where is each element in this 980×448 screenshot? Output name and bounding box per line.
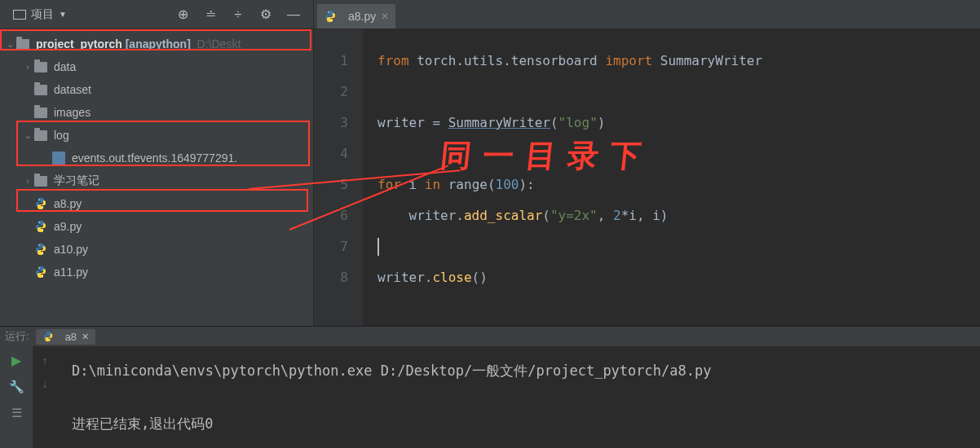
python-file-icon [34,243,47,256]
expand-all-icon[interactable]: ≐ [204,8,217,21]
folder-icon [34,176,47,187]
tree-item-label: images [54,106,313,119]
tree-row-a9-py[interactable]: a9.py [0,215,313,238]
console-exit: 进程已结束,退出代码0 [72,411,965,437]
folder-icon [34,85,47,95]
console-command: D:\miniconda\envs\pytorch\python.exe D:/… [72,358,965,384]
svg-point-0 [38,199,39,200]
close-icon[interactable]: ✕ [82,332,89,342]
target-icon[interactable]: ⊕ [176,8,189,21]
root-env: [anapython] [126,37,191,51]
tree-arrow: ⌄ [21,130,34,141]
editor-tab-label: a8.py [348,10,376,23]
tree-row-events-out-tfevents-1649777291-[interactable]: events.out.tfevents.1649777291. [0,147,313,169]
run-tab[interactable]: a8 ✕ [36,329,95,345]
svg-point-6 [38,267,39,268]
tree-arrow [21,85,34,94]
editor-tab-a8[interactable]: a8.py ✕ [317,4,395,29]
tree-root[interactable]: ⌄ project_pytorch [anapython] D:\Deskt [0,33,313,55]
tree-row-log[interactable]: ⌄log [0,124,313,147]
tree-arrow [21,244,34,254]
python-file-icon [42,331,54,342]
tree-row-images[interactable]: images [0,101,313,124]
more-icon[interactable]: ☰ [11,406,22,420]
tree-item-label: log [54,129,313,142]
tree-arrow [21,199,34,209]
file-icon [52,152,65,165]
tree-row-----[interactable]: ›学习笔记 [0,169,313,192]
sidebar-header: 项目 ▼ ⊕ ≐ ÷ ⚙ — [0,0,313,29]
tree-arrow [39,153,52,163]
tree-row-a8-py[interactable]: a8.py [0,192,313,215]
hide-icon[interactable]: — [287,8,300,21]
svg-point-2 [38,222,39,222]
run-label: 运行: [5,329,29,344]
collapse-all-icon[interactable]: ÷ [232,8,245,21]
wrench-icon[interactable]: 🔧 [9,380,24,394]
gutter: 1 2 3 4 5 6 7 8 [314,29,363,326]
tree-item-label: data [54,60,313,73]
project-icon [13,10,26,20]
root-path: D:\Deskt [197,37,241,51]
tree-row-dataset[interactable]: dataset [0,78,313,101]
editor-tabs: a8.py ✕ [314,0,980,29]
project-label: 项目 [31,7,54,22]
settings-icon[interactable]: ⚙ [259,8,272,21]
tree-item-label: events.out.tfevents.1649777291. [72,152,313,165]
caret-down-icon: ▼ [59,10,67,19]
python-file-icon [34,220,47,233]
folder-icon [16,39,29,50]
editor: a8.py ✕ 1 2 3 4 5 6 7 8 from torch.utils… [314,0,980,326]
editor-body[interactable]: 1 2 3 4 5 6 7 8 from torch.utils.tensorb… [314,29,980,326]
tree-arrow [21,222,34,231]
project-dropdown[interactable]: 项目 ▼ [7,4,73,25]
svg-point-3 [42,230,42,231]
rerun-icon[interactable]: ▶ [11,353,21,368]
project-tree: ⌄ project_pytorch [anapython] D:\Deskt ›… [0,29,313,326]
tree-row-a10-py[interactable]: a10.py [0,238,313,261]
python-file-icon [34,266,47,279]
tree-item-label: 学习笔记 [54,173,313,188]
svg-point-5 [42,253,42,253]
tree-arrow [21,108,34,117]
folder-icon [34,108,47,118]
tree-item-label: a11.py [54,266,313,279]
tree-arrow: › [21,62,34,72]
tree-arrow: › [21,176,34,186]
run-panel: 运行: a8 ✕ ▶ 🔧 ☰ ↑ ↓ D:\miniconda\envs\pyt… [0,326,980,448]
python-file-icon [324,10,337,23]
folder-icon [34,62,47,72]
svg-point-1 [42,207,42,208]
close-icon[interactable]: ✕ [381,11,389,22]
run-gutter: ▶ 🔧 ☰ [0,346,33,448]
tree-row-data[interactable]: ›data [0,55,313,78]
tree-row-a11-py[interactable]: a11.py [0,261,313,283]
chevron-down-icon: ⌄ [3,39,16,50]
run-header: 运行: a8 ✕ [0,327,980,346]
tree-item-label: a9.py [54,220,313,233]
svg-point-8 [328,11,329,12]
tree-arrow [21,267,34,277]
run-tab-label: a8 [65,331,77,343]
code-area[interactable]: from torch.utils.tensorboard import Summ… [363,29,980,326]
svg-point-9 [331,20,332,20]
console-output[interactable]: D:\miniconda\envs\pytorch\python.exe D:/… [57,346,980,448]
down-arrow-icon[interactable]: ↓ [42,377,48,390]
tree-item-label: a8.py [54,197,313,210]
root-name: project_pytorch [36,37,122,51]
project-sidebar: 项目 ▼ ⊕ ≐ ÷ ⚙ — ⌄ project_pytorch [anapyt… [0,0,314,326]
up-arrow-icon[interactable]: ↑ [42,354,48,367]
python-file-icon [34,197,47,210]
run-nav: ↑ ↓ [33,346,57,448]
tree-item-label: dataset [54,83,313,96]
text-cursor [377,238,379,256]
svg-point-4 [38,244,39,245]
folder-icon [34,130,47,141]
tree-item-label: a10.py [54,243,313,256]
svg-point-7 [42,275,42,276]
